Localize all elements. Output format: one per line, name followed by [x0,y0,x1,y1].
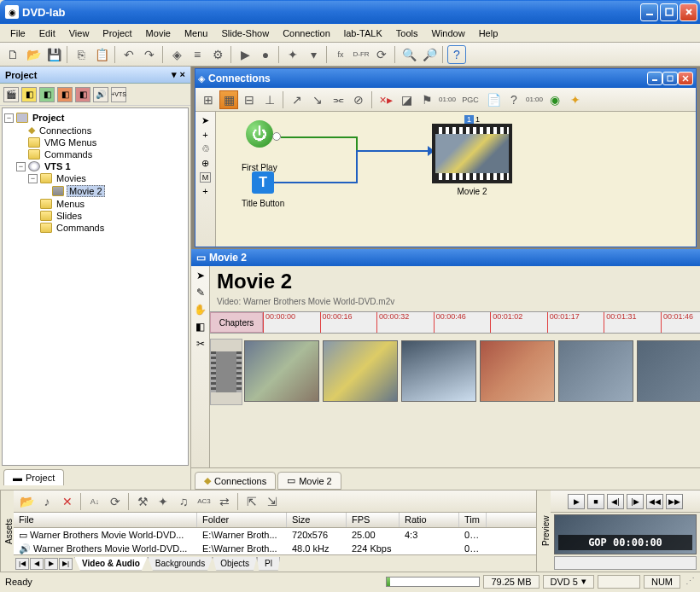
first-play-node[interactable]: ⏻ First Play [242,120,277,172]
tree-vmg[interactable]: VMG Menus [43,137,98,148]
import-icon[interactable]: 📂 [17,492,36,511]
pin-icon[interactable]: ▾ [172,69,177,80]
vts-icon[interactable]: +VTS [111,87,126,102]
eraser-icon[interactable]: ◧ [195,321,205,333]
menu-view[interactable]: View [62,26,96,41]
menu-labtalk[interactable]: lab-TALK [337,26,389,41]
add-menu-icon[interactable]: ◧ [21,87,37,102]
tree-menus[interactable]: Menus [55,199,86,209]
add-slide-icon[interactable]: ◧ [39,87,55,102]
col-fps[interactable]: FPS [347,513,400,527]
tab-connections[interactable]: ◆Connections [195,472,276,490]
connections-canvas[interactable]: ⏻ First Play T Title Button 11 Movie 2 [216,112,696,247]
new-icon[interactable]: 🗋 [3,45,22,64]
thumb-3[interactable] [401,340,476,402]
wand-icon[interactable]: ✦ [283,45,302,64]
zoom-in-icon[interactable]: 🔍 [400,45,418,64]
zoom-out-icon[interactable]: 🔎 [420,45,439,64]
pointer-icon[interactable]: ➤ [201,115,209,126]
add-item-icon[interactable]: ◧ [57,87,73,102]
text-icon[interactable]: A↓ [85,492,104,511]
stop-button[interactable]: ■ [587,494,604,509]
break-icon[interactable]: ⊘ [349,90,368,109]
menu-project[interactable]: Project [96,26,138,41]
col-file[interactable]: File [14,513,197,527]
redo-icon[interactable]: ↷ [140,45,159,64]
save-icon[interactable]: 💾 [44,45,63,64]
status-dvd[interactable]: DVD 5 ▾ [543,575,594,589]
connections-titlebar[interactable]: ◈ Connections [195,69,696,88]
preview-image[interactable]: GOP 00:00:00 [554,514,697,554]
col-folder[interactable]: Folder [197,513,287,527]
menu-menu[interactable]: Menu [178,26,215,41]
marker-icon[interactable]: ✎ [196,287,205,299]
unlink-icon[interactable]: ↘ [308,90,327,109]
menu-slideshow[interactable]: Slide-Show [214,26,276,41]
close-button[interactable] [680,3,697,21]
gear-icon[interactable]: ⚙ [208,45,227,64]
hand-icon[interactable]: ✋ [194,304,207,316]
thumb-6[interactable] [637,340,700,402]
menu-movie[interactable]: Movie [139,26,178,41]
title-button-node[interactable]: T Title Button [242,171,284,208]
conn-close-button[interactable] [678,72,693,85]
project-tree[interactable]: −Project ◆Connections VMG Menus Commands… [2,107,189,466]
tab-objects[interactable]: Objects [213,557,257,571]
tab-backgrounds[interactable]: Backgrounds [148,557,213,571]
last-icon[interactable]: ▶| [59,558,73,570]
tool1-icon[interactable]: ⚒ [133,492,152,511]
tab-movie[interactable]: ▭Movie 2 [277,472,341,490]
movie-titlebar[interactable]: ▭ Movie 2 [191,249,700,266]
stack-icon[interactable]: ≡ [188,45,207,64]
tree-root[interactable]: Project [31,113,66,123]
tab-video-audio[interactable]: Video & Audio [74,557,148,571]
script-icon[interactable]: 📄 [484,90,503,109]
recycle-icon[interactable]: ♲ [201,143,210,154]
align-icon[interactable]: ⊟ [240,90,259,109]
menu-file[interactable]: File [3,26,32,41]
thumb-5[interactable] [558,340,633,402]
tree-collapse-icon[interactable]: − [28,174,38,183]
assets-table[interactable]: File Folder Size FPS Ratio Tim ▭ Warner … [14,513,536,554]
export2-icon[interactable]: ⇲ [263,492,282,511]
tree-collapse-icon[interactable]: − [4,113,14,123]
star-icon[interactable]: ✦ [566,90,585,109]
target-icon[interactable]: ⊕ [201,158,209,169]
thumbnail-strip[interactable] [210,339,700,405]
menu-tools[interactable]: Tools [389,26,425,41]
tree-vts1[interactable]: VTS 1 [43,161,73,171]
tree-collapse-icon[interactable]: − [16,162,26,171]
menu-edit[interactable]: Edit [32,26,62,41]
record-icon[interactable]: ● [256,45,275,64]
play-button[interactable]: ▶ [568,494,585,509]
delete-link-icon[interactable]: ×▸ [376,90,395,109]
timeline[interactable]: Chapters 00:00:00 00:00:16 00:00:32 00:0… [210,311,700,334]
menu-help[interactable]: Help [472,26,505,41]
step-fwd-button[interactable]: |▶ [627,494,644,509]
undo-icon[interactable]: ↶ [120,45,138,64]
add-movie-icon[interactable]: 🎬 [3,87,19,102]
next-icon[interactable]: ▶ [44,558,58,570]
tab-pl[interactable]: Pl [257,557,280,571]
remove-icon[interactable]: ✕ [58,492,77,511]
pointer2-icon[interactable]: ➤ [196,270,205,281]
thumb-4[interactable] [480,340,555,402]
tool2-icon[interactable]: ✦ [154,492,172,511]
skip-fwd-button[interactable]: ▶▶ [666,494,683,509]
conn-maximize-button[interactable] [662,72,678,85]
chapters-label[interactable]: Chapters [210,312,263,333]
scissors-icon[interactable]: ✂ [196,338,205,350]
play-icon[interactable]: ▶ [236,45,254,64]
help-icon[interactable]: ? [447,45,466,64]
flag-icon[interactable]: ⚑ [417,90,436,109]
timer-icon[interactable]: 01:00 [438,90,457,109]
audio-icon[interactable]: 🔊 [93,87,108,102]
compile-icon[interactable]: ◈ [167,45,186,64]
skip-back-button[interactable]: ◀◀ [646,494,663,509]
tree-movies[interactable]: Movies [55,173,88,183]
table-row[interactable]: 🔊 Warner Brothers Movie World-DVD... E:\… [14,542,536,554]
copy-icon[interactable]: ⎘ [72,45,90,64]
fx-icon[interactable]: fx [331,45,350,64]
resize-grip-icon[interactable]: ⋰ [685,576,695,587]
tree-commands[interactable]: Commands [43,149,94,160]
